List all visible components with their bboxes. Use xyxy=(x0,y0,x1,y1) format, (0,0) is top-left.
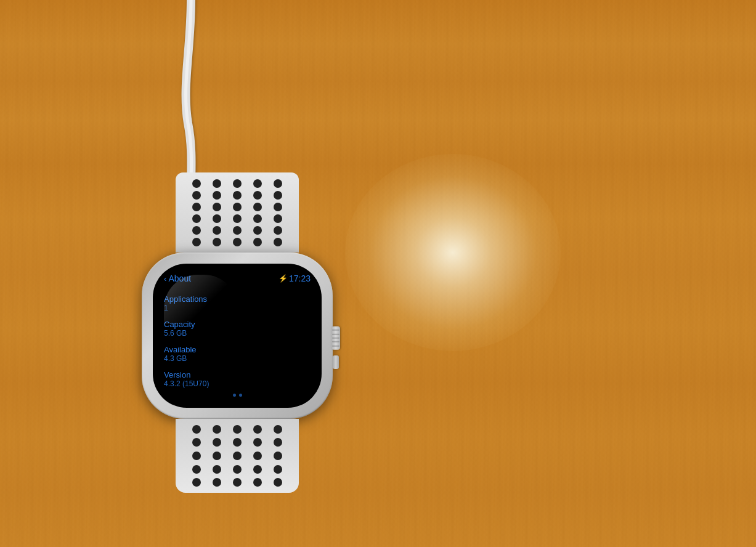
band-hole xyxy=(274,478,282,487)
band-hole xyxy=(213,214,221,223)
band-hole xyxy=(233,478,242,487)
band-hole xyxy=(192,203,201,211)
watch-crown xyxy=(331,326,340,350)
crown-ridge xyxy=(332,330,339,331)
table-glare xyxy=(345,154,561,351)
band-hole xyxy=(233,452,242,460)
version-value: 4.3.2 (15U70) xyxy=(164,379,311,388)
band-hole xyxy=(192,452,201,460)
applications-value: 1 xyxy=(164,304,311,312)
crown-ridge xyxy=(332,341,339,342)
info-section: Available 4.3 GB xyxy=(164,340,311,363)
band-hole xyxy=(253,452,262,460)
band-hole xyxy=(233,465,242,474)
info-section: Version 4.3.2 (15U70) xyxy=(164,365,311,388)
applications-label: Applications xyxy=(164,294,311,304)
band-hole xyxy=(213,478,221,487)
info-section: Capacity 5.6 GB xyxy=(164,315,311,338)
band-hole xyxy=(192,238,201,246)
band-hole xyxy=(274,438,282,447)
band-hole xyxy=(253,203,262,211)
band-hole xyxy=(233,203,242,211)
back-chevron-icon: ‹ xyxy=(164,274,166,283)
back-button[interactable]: ‹ About xyxy=(164,274,191,283)
info-section: Applications 1 xyxy=(164,290,311,312)
back-label: About xyxy=(168,274,191,283)
page-dot xyxy=(233,394,236,397)
band-hole xyxy=(192,425,201,434)
band-hole xyxy=(233,438,242,447)
band-top xyxy=(176,172,299,253)
band-hole xyxy=(192,438,201,447)
band-hole xyxy=(253,179,262,188)
band-hole xyxy=(213,203,221,211)
band-hole xyxy=(274,425,282,434)
band-hole xyxy=(192,465,201,474)
band-hole xyxy=(233,238,242,246)
band-hole xyxy=(233,214,242,223)
band-hole xyxy=(192,191,201,200)
charging-cable xyxy=(132,0,256,191)
crown-ridge xyxy=(332,333,339,334)
band-hole xyxy=(213,465,221,474)
capacity-value: 5.6 GB xyxy=(164,329,311,338)
version-label: Version xyxy=(164,370,311,379)
band-hole xyxy=(253,238,262,246)
band-holes-top xyxy=(176,172,299,253)
capacity-label: Capacity xyxy=(164,320,311,329)
band-hole xyxy=(233,425,242,434)
band-hole xyxy=(253,465,262,474)
band-hole xyxy=(253,214,262,223)
charging-bolt-icon: ⚡ xyxy=(278,274,288,283)
band-hole xyxy=(192,478,201,487)
page-dots xyxy=(164,394,311,402)
band-hole xyxy=(253,191,262,200)
band-hole xyxy=(274,226,282,235)
band-hole xyxy=(233,226,242,235)
band-hole xyxy=(213,191,221,200)
band-hole xyxy=(274,452,282,460)
available-label: Available xyxy=(164,345,311,354)
band-hole xyxy=(274,214,282,223)
status-bar: ‹ About ⚡ 17:23 xyxy=(164,274,311,283)
band-hole xyxy=(274,179,282,188)
band-hole xyxy=(274,238,282,246)
band-hole xyxy=(213,438,221,447)
band-hole xyxy=(253,478,262,487)
band-hole xyxy=(253,226,262,235)
band-hole xyxy=(233,179,242,188)
band-bottom xyxy=(176,419,299,493)
band-hole xyxy=(192,179,201,188)
band-holes-bottom xyxy=(176,419,299,493)
band-hole xyxy=(233,191,242,200)
status-right: ⚡ 17:23 xyxy=(278,274,311,283)
watch-screen: ‹ About ⚡ 17:23 Applications 1 Capacity … xyxy=(153,264,322,408)
crown-ridge xyxy=(332,346,339,347)
band-hole xyxy=(213,238,221,246)
band-hole xyxy=(253,438,262,447)
band-hole xyxy=(274,203,282,211)
page-dot xyxy=(239,394,242,397)
band-hole xyxy=(213,425,221,434)
band-hole xyxy=(192,214,201,223)
time-display: 17:23 xyxy=(289,274,311,283)
band-hole xyxy=(253,425,262,434)
available-value: 4.3 GB xyxy=(164,354,311,363)
band-hole xyxy=(274,465,282,474)
crown-ridge xyxy=(332,338,339,339)
watch-case: ‹ About ⚡ 17:23 Applications 1 Capacity … xyxy=(142,253,333,419)
apple-watch: ‹ About ⚡ 17:23 Applications 1 Capacity … xyxy=(108,172,367,493)
band-hole xyxy=(213,226,221,235)
band-hole xyxy=(192,226,201,235)
screen-content: ‹ About ⚡ 17:23 Applications 1 Capacity … xyxy=(153,264,322,408)
band-hole xyxy=(274,191,282,200)
band-hole xyxy=(213,179,221,188)
band-hole xyxy=(213,452,221,460)
watch-side-button xyxy=(333,355,339,369)
